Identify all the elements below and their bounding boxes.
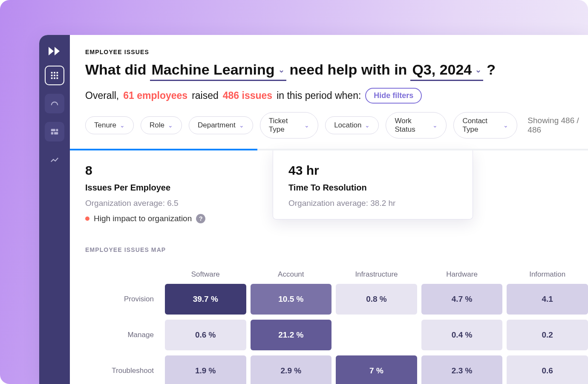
heatmap-row-label: Manage — [85, 331, 161, 339]
svg-rect-0 — [51, 72, 53, 74]
heatmap-col-head: Hardware — [421, 270, 503, 279]
showing-count: Showing 486 / 486 — [527, 116, 588, 135]
logo-icon — [48, 45, 61, 57]
headline-prefix: What did — [85, 61, 147, 78]
period-select-value: Q3, 2024 — [412, 61, 472, 78]
metric-card-issues-per-employee[interactable]: 8 Issues Per Employee Organization avera… — [85, 150, 273, 234]
svg-rect-4 — [54, 75, 55, 76]
filter-chip-contact-type[interactable]: Contact Type⌄ — [453, 112, 517, 139]
heatmap-col-head: Information — [507, 270, 588, 279]
heatmap-cell[interactable]: 0.6 % — [165, 320, 246, 350]
filter-chip-role[interactable]: Role⌄ — [141, 116, 182, 134]
svg-rect-8 — [57, 78, 58, 79]
summary-overall: Overall, — [85, 90, 119, 101]
chevron-down-icon: ⌄ — [432, 122, 438, 129]
metric-value: 8 — [85, 163, 257, 178]
metric-org-avg: Organization average: 38.2 hr — [288, 199, 457, 208]
chevron-down-icon: ⌄ — [304, 122, 309, 129]
heatmap-row-label: Troubleshoot — [85, 367, 161, 375]
heatmap-cell[interactable]: 4.1 — [507, 284, 588, 315]
metric-org-avg: Organization average: 6.5 — [85, 199, 257, 208]
metric-value: 43 hr — [288, 163, 457, 178]
heatmap-cell[interactable] — [336, 320, 417, 350]
metric-card-time-to-resolution[interactable]: 43 hr Time To Resolution Organization av… — [273, 150, 473, 219]
svg-rect-6 — [51, 78, 53, 79]
headline-mid: need help with in — [290, 61, 407, 78]
metric-label: Issues Per Employee — [85, 183, 257, 193]
nav-grid-icon[interactable] — [45, 66, 64, 85]
main-content: EMPLOYEE ISSUES What did Machine Learnin… — [70, 35, 588, 384]
heatmap-cell[interactable]: 4.7 % — [421, 284, 503, 315]
heatmap-row: Provision 39.7 % 10.5 % 0.8 % 4.7 % 4.1 — [85, 284, 588, 315]
heatmap-cell[interactable]: 0.6 — [507, 355, 588, 384]
chevron-down-icon: ⌄ — [475, 65, 481, 75]
tab-indicator-bar — [70, 149, 588, 150]
heatmap-cell[interactable]: 10.5 % — [251, 284, 332, 315]
heatmap-cell[interactable]: 2.9 % — [251, 355, 332, 384]
summary-employees: 61 employees — [123, 90, 187, 101]
filter-chip-tenure[interactable]: Tenure⌄ — [85, 116, 134, 134]
chevron-down-icon: ⌄ — [239, 122, 244, 129]
svg-rect-10 — [56, 129, 58, 132]
tab-indicator — [70, 149, 257, 150]
metric-label: Time To Resolution — [288, 183, 457, 193]
heatmap-cell[interactable]: 7 % — [336, 355, 417, 384]
nav-gauge-icon[interactable] — [45, 94, 64, 113]
heatmap-cell[interactable]: 2.3 % — [421, 355, 503, 384]
heatmap-col-head: Account — [251, 270, 332, 279]
heatmap-row-label: Provision — [85, 295, 161, 303]
svg-rect-7 — [54, 78, 55, 79]
heatmap-cell[interactable]: 0.4 % — [421, 320, 503, 350]
heatmap-row: Manage 0.6 % 21.2 % 0.4 % 0.2 — [85, 320, 588, 350]
map-eyebrow: EMPLOYEE ISSUES MAP — [85, 246, 588, 253]
heatmap-col-head: Infrastructure — [336, 270, 417, 279]
chevron-down-icon: ⌄ — [120, 122, 125, 129]
chip-label: Department — [198, 121, 236, 130]
team-select[interactable]: Machine Learning ⌄ — [150, 61, 286, 81]
filter-chip-location[interactable]: Location⌄ — [325, 116, 379, 134]
heatmap-col-head: Software — [165, 270, 246, 279]
heatmap-cell[interactable]: 1.9 % — [165, 355, 246, 384]
chip-label: Ticket Type — [269, 117, 301, 134]
period-select[interactable]: Q3, 2024 ⌄ — [410, 61, 483, 81]
nav-chart-icon[interactable] — [45, 150, 64, 170]
chip-label: Work Status — [395, 117, 429, 134]
nav-layout-icon[interactable] — [45, 122, 64, 141]
chip-label: Location — [334, 121, 361, 130]
chevron-down-icon: ⌄ — [278, 65, 285, 75]
summary-tail: in this period when: — [277, 90, 361, 101]
heatmap-cell[interactable]: 39.7 % — [165, 284, 246, 315]
hide-filters-button[interactable]: Hide filters — [365, 88, 422, 104]
svg-rect-1 — [54, 72, 55, 74]
sidebar — [39, 35, 70, 384]
svg-rect-3 — [51, 75, 53, 76]
summary-line: Overall, 61 employees raised 486 issues … — [85, 88, 588, 104]
chevron-down-icon: ⌄ — [365, 122, 370, 129]
filter-chip-work-status[interactable]: Work Status⌄ — [386, 112, 447, 139]
impact-text: High impact to organization — [94, 214, 192, 223]
heatmap-cell[interactable]: 0.2 — [507, 320, 588, 350]
summary-issues: 486 issues — [223, 90, 272, 101]
chevron-down-icon: ⌄ — [168, 122, 173, 129]
svg-rect-9 — [51, 129, 55, 132]
svg-rect-5 — [57, 75, 58, 76]
heatmap-cell[interactable]: 21.2 % — [251, 320, 332, 350]
svg-rect-2 — [57, 72, 58, 74]
chip-label: Contact Type — [462, 117, 500, 134]
filter-chip-department[interactable]: Department⌄ — [189, 116, 253, 134]
heatmap-cell[interactable]: 0.8 % — [336, 284, 417, 315]
headline-suffix: ? — [487, 61, 496, 78]
filter-row: Tenure⌄ Role⌄ Department⌄ Ticket Type⌄ L… — [85, 112, 588, 139]
metric-cards: 8 Issues Per Employee Organization avera… — [85, 150, 588, 234]
team-select-value: Machine Learning — [152, 61, 275, 78]
svg-rect-12 — [54, 132, 58, 135]
chip-label: Tenure — [94, 121, 116, 130]
heatmap-header-row: . Software Account Infrastructure Hardwa… — [85, 270, 588, 279]
summary-raised: raised — [192, 90, 219, 101]
app-window: EMPLOYEE ISSUES What did Machine Learnin… — [39, 35, 588, 384]
help-icon[interactable]: ? — [196, 214, 205, 223]
filter-chip-ticket-type[interactable]: Ticket Type⌄ — [260, 112, 318, 139]
chevron-down-icon: ⌄ — [503, 122, 508, 129]
impact-dot-icon — [85, 217, 89, 221]
issues-heatmap: . Software Account Infrastructure Hardwa… — [85, 270, 588, 384]
